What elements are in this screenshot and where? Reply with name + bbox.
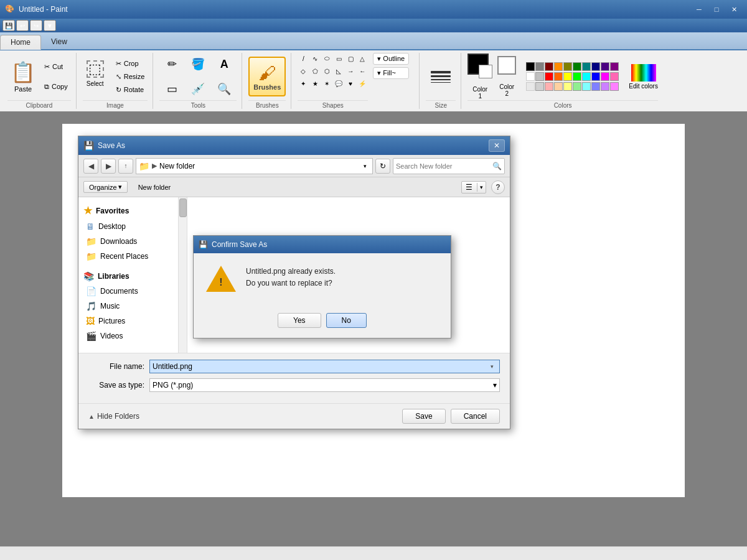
file-name-input[interactable]: Untitled.png ▾ [149,360,500,373]
palette-cyan[interactable] [582,72,591,81]
palette-lightgray[interactable] [526,82,535,91]
hide-folders-button[interactable]: ▲ Hide Folders [88,412,139,421]
sidebar-videos[interactable]: 🎬 Videos [81,329,184,343]
palette-lightgreen[interactable] [573,82,581,91]
select-button[interactable]: ⬚ Select [83,58,108,96]
sidebar-pictures[interactable]: 🖼 Pictures [81,314,184,329]
sidebar-scrollbar[interactable] [178,197,187,353]
shape-curve[interactable]: ∿ [309,53,321,64]
palette-orange[interactable] [554,62,563,71]
minimize-button[interactable]: ─ [691,3,707,16]
palette-lightcyan[interactable] [582,82,591,91]
palette-darkred[interactable] [545,62,553,71]
palette-blue[interactable] [591,72,600,81]
save-as-close-button[interactable]: ✕ [489,139,505,152]
location-dropdown-arrow[interactable]: ▾ [360,161,370,171]
nav-back-button[interactable]: ◀ [83,159,98,174]
color2-button[interactable]: Color2 [497,56,516,97]
search-input[interactable] [396,162,492,170]
palette-magenta[interactable] [601,72,609,81]
shape-oval[interactable]: ⬭ [321,53,332,64]
shape-star5[interactable]: ★ [309,78,321,89]
palette-gray[interactable] [535,62,544,71]
shape-lightning[interactable]: ⚡ [357,78,368,89]
color-picker-button[interactable]: 💉 [186,78,210,100]
resize-button[interactable]: ⤡ Resize [113,71,148,83]
palette-lightpink[interactable] [610,82,619,91]
palette-indigo[interactable] [601,62,609,71]
refresh-button[interactable]: ↻ [375,159,390,174]
palette-pink[interactable] [610,72,619,81]
magnifier-button[interactable]: 🔍 [212,78,237,100]
confirm-yes-button[interactable]: Yes [278,313,321,328]
sidebar-desktop[interactable]: 🖥 Desktop [81,219,184,234]
shape-rect[interactable]: ▭ [333,53,344,64]
shape-star4[interactable]: ✦ [298,78,309,89]
palette-lightyellow[interactable] [563,82,572,91]
copy-button[interactable]: ⧉ Copy [41,81,71,93]
palette-purple[interactable] [610,62,619,71]
save-quick-btn[interactable]: 💾 [2,20,15,31]
cancel-button[interactable]: Cancel [451,409,500,424]
tab-home[interactable]: Home [0,35,41,50]
shape-line[interactable]: / [298,53,309,64]
shape-diamond[interactable]: ◇ [298,65,309,77]
help-button[interactable]: ? [491,180,505,194]
shape-rrect[interactable]: ▢ [345,53,356,64]
file-name-dropdown[interactable]: ▾ [487,363,497,370]
tab-view[interactable]: View [41,35,77,49]
location-bar[interactable]: 📁 ▶ New folder ▾ [136,158,373,174]
view-dropdown-arrow[interactable]: ▾ [477,183,486,192]
confirm-save-dialog[interactable]: 💾 Confirm Save As ! Untitled.png already… [193,235,451,338]
rotate-button[interactable]: ↻ Rotate [113,84,148,96]
sidebar-music[interactable]: 🎵 Music [81,299,184,314]
cut-button[interactable]: ✂ Cut [41,61,71,73]
brushes-button[interactable]: 🖌 Brushes [248,57,286,96]
text-button[interactable]: A [212,53,237,75]
sidebar-downloads[interactable]: 📁 Downloads [81,234,184,249]
shape-arrow-l[interactable]: ← [357,65,368,77]
size-control[interactable] [426,66,456,88]
palette-teal[interactable] [582,62,591,71]
palette-olive[interactable] [563,62,572,71]
quick-access-dropdown[interactable]: ▼ [44,20,56,31]
save-type-dropdown[interactable]: ▾ [493,381,497,390]
redo-btn[interactable]: ↪ [30,20,42,31]
palette-lightblue[interactable] [591,82,600,91]
organize-button[interactable]: Organize ▾ [83,181,128,193]
palette-lightred[interactable] [545,82,553,91]
fill-dropdown[interactable]: ▾ Fill~ [373,67,409,79]
confirm-no-button[interactable]: No [326,313,367,328]
save-type-select[interactable]: PNG (*.png) ▾ [149,378,500,392]
sidebar-recent-places[interactable]: 📁 Recent Places [81,249,184,264]
favorites-section[interactable]: ★ Favorites [81,202,184,219]
palette-red[interactable] [545,72,553,81]
new-folder-button[interactable]: New folder [133,182,177,193]
shape-hex[interactable]: ⬡ [321,65,332,77]
nav-forward-button[interactable]: ▶ [101,159,116,174]
edit-colors-button[interactable]: Edit colors [629,64,658,90]
palette-green[interactable] [573,62,581,71]
view-button[interactable]: ☰ ▾ [461,181,486,194]
shape-heart[interactable]: ♥ [345,78,356,89]
undo-btn[interactable]: ↩ [16,20,29,31]
palette-gray2[interactable] [535,82,544,91]
palette-silver[interactable] [535,72,544,81]
palette-navy[interactable] [591,62,600,71]
shape-star6[interactable]: ✶ [321,78,332,89]
palette-darkorange[interactable] [554,72,563,81]
crop-button[interactable]: ✂ Crop [113,58,148,70]
close-button[interactable]: ✕ [726,3,742,16]
palette-peach[interactable] [554,82,563,91]
color1-button[interactable]: Color1 [467,54,492,100]
save-button[interactable]: Save [402,409,445,424]
shape-callout[interactable]: 💬 [333,78,344,89]
palette-lime[interactable] [573,72,581,81]
paste-button[interactable]: 📋 Paste [7,57,39,96]
fill-tool-button[interactable]: 🪣 [186,53,210,75]
shape-pentagon[interactable]: ⬠ [309,65,321,77]
sidebar-documents[interactable]: 📄 Documents [81,284,184,299]
shape-arrow-r[interactable]: → [345,65,356,77]
maximize-button[interactable]: □ [708,3,725,16]
palette-white[interactable] [526,72,535,81]
